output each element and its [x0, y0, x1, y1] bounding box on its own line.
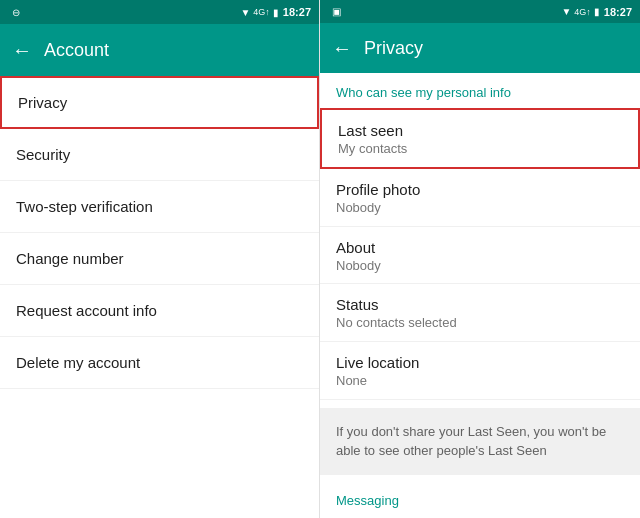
status-bar-right-panel: ▣ ▼ 4G↑ ▮ 18:27	[320, 0, 640, 23]
profile-photo-value: Nobody	[336, 200, 624, 215]
page-title-left: Account	[44, 40, 109, 61]
back-button-right[interactable]: ←	[332, 37, 352, 60]
battery-icon-left: ▮	[273, 7, 279, 18]
last-seen-value: My contacts	[338, 141, 622, 156]
toolbar-left: ← Account	[0, 24, 319, 76]
menu-item-delete-account[interactable]: Delete my account	[0, 337, 319, 389]
menu-item-delete-account-label: Delete my account	[16, 354, 140, 371]
signal-icon: ▼	[240, 7, 250, 18]
profile-photo-title: Profile photo	[336, 181, 624, 198]
messaging-section-label: Messaging	[320, 483, 640, 518]
menu-item-security[interactable]: Security	[0, 129, 319, 181]
menu-item-privacy[interactable]: Privacy	[0, 76, 319, 129]
status-value: No contacts selected	[336, 315, 624, 330]
privacy-item-live-location[interactable]: Live location None	[320, 342, 640, 400]
status-icons-right2: ▼ 4G↑ ▮	[561, 6, 599, 17]
status-bar-left-panel: ⊖ ▼ 4G↑ ▮ 18:27	[0, 0, 319, 24]
network-label-right: 4G↑	[574, 7, 591, 17]
info-box: If you don't share your Last Seen, you w…	[320, 408, 640, 475]
menu-item-two-step[interactable]: Two-step verification	[0, 181, 319, 233]
live-location-value: None	[336, 373, 624, 388]
menu-item-privacy-label: Privacy	[18, 94, 67, 111]
last-seen-title: Last seen	[338, 122, 622, 139]
time-right: 18:27	[604, 6, 632, 18]
menu-item-request-info[interactable]: Request account info	[0, 285, 319, 337]
section-header-personal-info: Who can see my personal info	[320, 73, 640, 108]
menu-item-request-info-label: Request account info	[16, 302, 157, 319]
live-location-title: Live location	[336, 354, 624, 371]
privacy-item-status[interactable]: Status No contacts selected	[320, 284, 640, 342]
privacy-item-profile-photo[interactable]: Profile photo Nobody	[320, 169, 640, 227]
network-label: 4G↑	[253, 7, 270, 17]
signal-icon-right: ▼	[561, 6, 571, 17]
menu-item-security-label: Security	[16, 146, 70, 163]
privacy-item-last-seen[interactable]: Last seen My contacts	[320, 108, 640, 169]
account-menu-list: Privacy Security Two-step verification C…	[0, 76, 319, 518]
about-value: Nobody	[336, 258, 624, 273]
battery-icon-right: ▮	[594, 6, 600, 17]
about-title: About	[336, 239, 624, 256]
left-panel: ⊖ ▼ 4G↑ ▮ 18:27 ← Account Privacy Securi…	[0, 0, 320, 518]
right-panel: ▣ ▼ 4G↑ ▮ 18:27 ← Privacy Who can see my…	[320, 0, 640, 518]
minus-icon: ⊖	[12, 7, 20, 18]
status-bar-left-icons: ⊖	[8, 7, 236, 18]
toolbar-right: ← Privacy	[320, 23, 640, 73]
page-title-right: Privacy	[364, 38, 423, 59]
privacy-item-about[interactable]: About Nobody	[320, 227, 640, 285]
menu-item-change-number[interactable]: Change number	[0, 233, 319, 285]
screen-icon: ▣	[332, 6, 341, 17]
time-left: 18:27	[283, 6, 311, 18]
menu-item-two-step-label: Two-step verification	[16, 198, 153, 215]
status-title: Status	[336, 296, 624, 313]
status-bar-right-left-icons: ▣	[328, 6, 557, 17]
menu-item-change-number-label: Change number	[16, 250, 124, 267]
back-button-left[interactable]: ←	[12, 39, 32, 62]
status-icons-right: ▼ 4G↑ ▮	[240, 7, 278, 18]
